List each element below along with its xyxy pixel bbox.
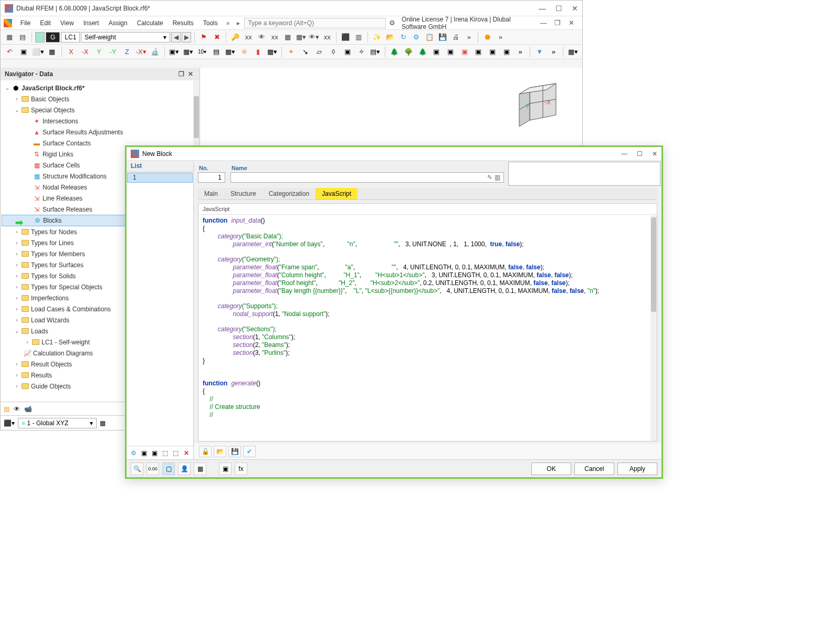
tb-b-icon[interactable]: ▤ — [17, 32, 28, 43]
tree-special-objects[interactable]: ⌄Special Objects — [2, 104, 198, 116]
t2-undo-icon[interactable]: ↶ — [4, 46, 16, 58]
code-lock-icon[interactable]: 🔓 — [199, 446, 212, 457]
ftr-2-icon[interactable]: 0.00 — [146, 463, 159, 475]
nav-tab-video-icon[interactable]: 📹 — [24, 405, 32, 413]
list-tb5-icon[interactable]: ⬚ — [171, 448, 181, 458]
t2-i6-icon[interactable]: ▣ — [458, 46, 471, 58]
nav-undock-icon[interactable]: ❐ — [176, 70, 186, 78]
menu-insert[interactable]: Insert — [79, 18, 103, 28]
cancel-button[interactable]: Cancel — [574, 463, 614, 475]
t2-x-icon[interactable]: X — [65, 46, 78, 58]
dlg-close-icon[interactable]: ✕ — [652, 150, 657, 158]
close-icon[interactable]: ✕ — [572, 4, 578, 13]
t2-g3-icon[interactable]: 10▾ — [196, 46, 208, 58]
t2-nx-icon[interactable]: -X — [79, 46, 91, 58]
tb-d2-icon[interactable]: ▥ — [353, 32, 364, 43]
menu-tools[interactable]: Tools — [199, 18, 222, 28]
code-open-icon[interactable]: 📂 — [214, 446, 226, 457]
menu-assign[interactable]: Assign — [104, 18, 132, 28]
name-edit-icon[interactable]: ✎ — [487, 174, 492, 181]
t2-h7-icon[interactable]: ▤▾ — [369, 46, 382, 58]
code-save-icon[interactable]: 💾 — [228, 446, 241, 457]
name-book-icon[interactable]: ▥ — [495, 174, 500, 181]
t2-i9-icon[interactable]: ▣ — [500, 46, 513, 58]
menu-calculate[interactable]: Calculate — [133, 18, 167, 28]
t2-g1-icon[interactable]: ▣▾ — [168, 46, 181, 58]
tb-overflow1-icon[interactable]: » — [463, 32, 475, 43]
nav-tab-eye-icon[interactable]: 👁 — [14, 405, 20, 413]
ok-button[interactable]: OK — [531, 463, 571, 475]
t2-j1-icon[interactable]: ▼ — [533, 46, 546, 58]
t2-i2-icon[interactable]: 🌳 — [402, 46, 415, 58]
tb-f1-icon[interactable]: ⬣ — [481, 32, 493, 43]
ftr-5-icon[interactable]: ▦ — [194, 463, 206, 475]
t2-h4-icon[interactable]: ◊ — [327, 46, 340, 58]
t2-y-icon[interactable]: Y — [93, 46, 106, 58]
tb-print-icon[interactable]: 🖨 — [450, 32, 461, 43]
ftr-1-icon[interactable]: 🔍 — [131, 463, 143, 475]
t2-g2-icon[interactable]: ▦▾ — [182, 46, 195, 58]
tree-root[interactable]: ⌄⬢JavaScript Block.rf6* — [2, 82, 198, 93]
t2-nx2-icon[interactable]: -X▾ — [135, 46, 148, 58]
t2-cube-icon[interactable]: ▣ — [18, 46, 30, 58]
t2-i5-icon[interactable]: ▣ — [444, 46, 457, 58]
view-cube-icon[interactable]: -Y -X — [514, 78, 566, 131]
tab-main[interactable]: Main — [198, 188, 224, 200]
ftr-4-icon[interactable]: 👤 — [178, 463, 191, 475]
maximize-icon[interactable]: ☐ — [555, 4, 562, 13]
t2-i3-icon[interactable]: 🌲 — [416, 46, 429, 58]
t2-i4-icon[interactable]: ▣ — [430, 46, 443, 58]
search-settings-icon[interactable]: ⚙ — [389, 19, 397, 27]
list-tb2-icon[interactable]: ▣ — [139, 448, 149, 458]
nav-close-icon[interactable]: ✕ — [186, 70, 195, 78]
t2-h6-icon[interactable]: ✧ — [355, 46, 368, 58]
t2-ny-icon[interactable]: -Y — [107, 46, 119, 58]
tb-d1-icon[interactable]: ⬛ — [340, 32, 351, 43]
tb-c4-icon[interactable]: xx — [269, 32, 280, 43]
t2-box-icon[interactable]: ⬜▾ — [32, 46, 44, 58]
t2-g8-icon[interactable]: ▦▾ — [266, 46, 279, 58]
tb-c6-icon[interactable]: ▦▾ — [295, 32, 307, 43]
name-field[interactable]: ✎▥ — [230, 172, 504, 183]
tb-c3-icon[interactable]: 👁 — [256, 32, 267, 43]
mdi-close-icon[interactable]: ✕ — [569, 19, 577, 27]
menu-view[interactable]: View — [56, 18, 78, 28]
t2-h5-icon[interactable]: ▣ — [341, 46, 354, 58]
list-delete-icon[interactable]: ✕ — [182, 448, 191, 458]
dlg-minimize-icon[interactable]: — — [621, 150, 627, 158]
list-tb1-icon[interactable]: ⚙ — [129, 448, 138, 458]
tb-a-icon[interactable]: ▦ — [4, 32, 15, 43]
menu-file[interactable]: File — [16, 18, 35, 28]
lc-selector[interactable]: Self-weight▾ — [81, 32, 170, 43]
t2-z-icon[interactable]: Z — [121, 46, 133, 58]
tb-c5-icon[interactable]: ▦ — [282, 32, 293, 43]
tab-categorization[interactable]: Categorization — [262, 188, 316, 200]
menu-overflow-icon[interactable]: » — [223, 19, 233, 27]
tb-e5-icon[interactable]: 📋 — [424, 32, 435, 43]
tb-c7-icon[interactable]: 👁▾ — [308, 32, 320, 43]
tb-c8-icon[interactable]: xx — [321, 32, 333, 43]
tree-surface-results[interactable]: ▲Surface Results Adjustments — [2, 127, 198, 138]
tab-javascript[interactable]: JavaScript — [316, 188, 358, 200]
nav-tab-data-icon[interactable]: ▤ — [4, 405, 9, 413]
ftr-6-icon[interactable]: ▣ — [219, 463, 232, 475]
coord-icon[interactable]: ⬛▾ — [4, 419, 15, 427]
t2-g6-icon[interactable]: ※ — [238, 46, 250, 58]
t2-i7-icon[interactable]: ▣ — [472, 46, 485, 58]
tb-overflow2-icon[interactable]: » — [495, 32, 506, 43]
t2-grid-icon[interactable]: ▦ — [46, 46, 58, 58]
tb-e1-icon[interactable]: ✨ — [371, 32, 383, 43]
tb-flag-icon[interactable]: ⚑ — [198, 32, 209, 43]
t2-micro-icon[interactable]: 🔬 — [149, 46, 161, 58]
apply-button[interactable]: Apply — [617, 463, 657, 475]
tb-c2-icon[interactable]: xx — [243, 32, 254, 43]
coord-edit-icon[interactable]: ▦ — [100, 419, 106, 427]
tree-basic-objects[interactable]: ›Basic Objects — [2, 93, 198, 104]
code-content[interactable]: function input_data() { category("Basic … — [198, 215, 657, 421]
dlg-maximize-icon[interactable]: ☐ — [637, 150, 643, 158]
t2-h1-icon[interactable]: ✦ — [285, 46, 298, 58]
no-field[interactable]: 1 — [198, 172, 225, 183]
tb-e3-icon[interactable]: ↻ — [397, 32, 409, 43]
code-editor[interactable]: JavaScript function input_data() { categ… — [198, 203, 657, 442]
minimize-icon[interactable]: — — [539, 4, 546, 13]
